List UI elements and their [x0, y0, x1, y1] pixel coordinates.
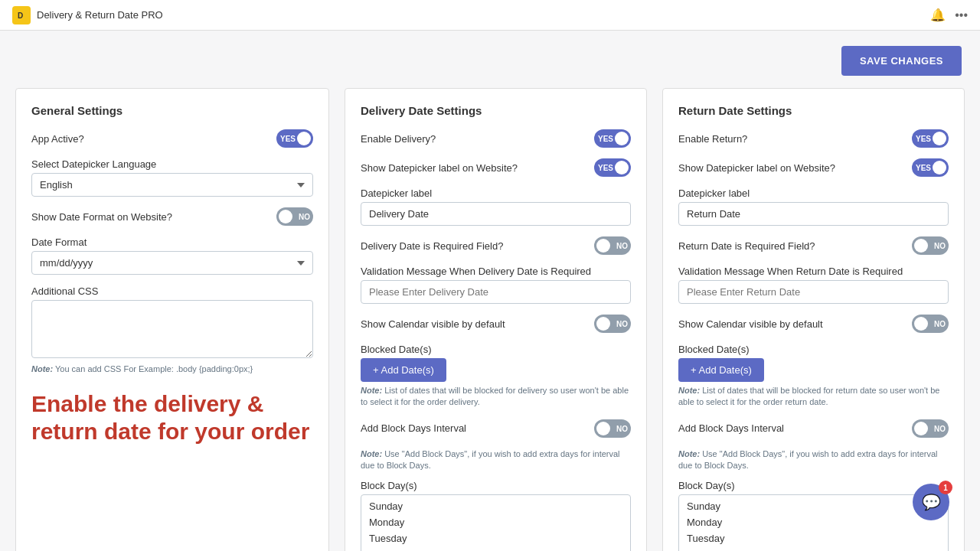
- return-required-label: Return Date is Required Field?: [678, 240, 815, 252]
- delivery-show-calendar-label: Show Calendar visible by default: [361, 318, 505, 330]
- datepicker-language-label: Select Datepicker Language: [31, 158, 313, 170]
- return-datepicker-label-label: Datepicker label: [678, 187, 949, 199]
- return-validation-row: Validation Message When Return Date is R…: [678, 266, 949, 304]
- chat-bubble-button[interactable]: 💬 1: [913, 484, 949, 520]
- return-show-label-row: Show Datepicker label on Website? YES: [678, 158, 949, 177]
- delivery-datepicker-label-label: Datepicker label: [361, 187, 631, 199]
- delivery-add-block-days-toggle[interactable]: NO: [594, 419, 631, 438]
- additional-css-label: Additional CSS: [31, 285, 313, 297]
- bell-icon[interactable]: 🔔: [930, 8, 946, 22]
- delivery-show-label-row: Show Datepicker label on Website? YES: [361, 158, 631, 177]
- return-show-calendar-label: Show Calendar visible by default: [678, 318, 823, 330]
- delivery-blocked-dates-label: Blocked Date(s): [361, 344, 631, 355]
- topbar: D Delivery & Return Date PRO 🔔 •••: [0, 0, 980, 31]
- show-date-format-label: Show Date Format on Website?: [31, 211, 172, 223]
- delivery-settings-title: Delivery Date Settings: [361, 104, 631, 117]
- return-blocked-dates-note: Note: List of dates that will be blocked…: [678, 385, 949, 409]
- date-format-label: Date Format: [31, 236, 313, 248]
- date-format-row: Date Format mm/dd/yyyy dd/mm/yyyy yyyy/m…: [31, 236, 313, 275]
- delivery-show-calendar-toggle[interactable]: NO: [594, 315, 631, 333]
- delivery-required-toggle[interactable]: NO: [594, 236, 631, 255]
- list-item: Sunday: [361, 498, 630, 514]
- delivery-validation-label: Validation Message When Delivery Date is…: [361, 266, 631, 277]
- return-add-block-days-note: Note: Use "Add Block Days", if you wish …: [678, 448, 949, 472]
- columns-layout: General Settings App Active? YES Select …: [15, 88, 965, 551]
- app-active-label: App Active?: [31, 133, 84, 145]
- delivery-add-block-days-note: Note: Use "Add Block Days", if you wish …: [361, 448, 631, 472]
- additional-css-note: Note: You can add CSS For Example: .body…: [31, 364, 313, 375]
- enable-return-row: Enable Return? YES: [678, 129, 949, 148]
- enable-delivery-label: Enable Delivery?: [361, 133, 436, 145]
- enable-delivery-toggle[interactable]: YES: [594, 129, 631, 148]
- chat-badge: 1: [939, 481, 952, 494]
- app-active-toggle[interactable]: YES: [276, 129, 313, 148]
- return-settings-title: Return Date Settings: [678, 104, 949, 117]
- delivery-settings-panel: Delivery Date Settings Enable Delivery? …: [345, 88, 647, 551]
- return-show-calendar-toggle[interactable]: NO: [912, 315, 949, 333]
- enable-return-label: Enable Return?: [678, 133, 747, 145]
- delivery-required-label: Delivery Date is Required Field?: [361, 240, 503, 252]
- return-add-block-days-row: Add Block Days Interval NO: [678, 419, 949, 438]
- main-content: SAVE CHANGES General Settings App Active…: [0, 31, 980, 551]
- list-item: Wednesday: [679, 546, 948, 551]
- list-item: Monday: [679, 514, 948, 530]
- chat-icon: 💬: [922, 493, 941, 511]
- return-settings-panel: Return Date Settings Enable Return? YES …: [662, 88, 965, 551]
- list-item: Monday: [361, 514, 630, 530]
- app-title: Delivery & Return Date PRO: [37, 9, 930, 21]
- enable-return-toggle[interactable]: YES: [912, 129, 949, 148]
- return-show-label-label: Show Datepicker label on Website?: [678, 162, 835, 174]
- list-item: Wednesday: [361, 546, 630, 551]
- show-date-format-row: Show Date Format on Website? NO: [31, 207, 313, 226]
- additional-css-row: Additional CSS Note: You can add CSS For…: [31, 285, 313, 375]
- datepicker-language-row: Select Datepicker Language English Frenc…: [31, 158, 313, 197]
- return-show-calendar-row: Show Calendar visible by default NO: [678, 315, 949, 333]
- datepicker-language-select[interactable]: English French German Spanish: [31, 173, 313, 197]
- delivery-add-block-days-row: Add Block Days Interval NO: [361, 419, 631, 438]
- return-block-days-label: Block Day(s): [678, 480, 949, 491]
- delivery-validation-input[interactable]: [361, 280, 631, 304]
- general-settings-title: General Settings: [31, 104, 313, 117]
- delivery-block-days-row: Block Day(s) Sunday Monday Tuesday Wedne…: [361, 480, 631, 551]
- delivery-required-row: Delivery Date is Required Field? NO: [361, 236, 631, 255]
- delivery-show-label-label: Show Datepicker label on Website?: [361, 162, 518, 174]
- topbar-icons: 🔔 •••: [930, 8, 968, 22]
- list-item: Sunday: [679, 498, 948, 514]
- return-blocked-dates-label: Blocked Date(s): [678, 344, 949, 355]
- return-validation-label: Validation Message When Return Date is R…: [678, 266, 949, 277]
- show-date-format-toggle[interactable]: NO: [276, 207, 313, 226]
- delivery-show-calendar-row: Show Calendar visible by default NO: [361, 315, 631, 333]
- additional-css-input[interactable]: [31, 300, 313, 358]
- chat-bubble-container: 💬 1: [928, 499, 965, 536]
- return-add-dates-button[interactable]: + Add Date(s): [678, 358, 764, 382]
- delivery-block-days-list[interactable]: Sunday Monday Tuesday Wednesday: [361, 494, 631, 551]
- delivery-add-block-days-label: Add Block Days Interval: [361, 422, 466, 434]
- return-required-toggle[interactable]: NO: [912, 236, 949, 255]
- save-changes-button[interactable]: SAVE CHANGES: [841, 46, 962, 76]
- delivery-add-dates-button[interactable]: + Add Date(s): [361, 358, 446, 382]
- return-block-days-list[interactable]: Sunday Monday Tuesday Wednesday: [678, 494, 949, 551]
- date-format-select[interactable]: mm/dd/yyyy dd/mm/yyyy yyyy/mm/dd: [31, 251, 313, 275]
- return-add-block-days-toggle[interactable]: NO: [912, 419, 949, 438]
- enable-delivery-row: Enable Delivery? YES: [361, 129, 631, 148]
- return-show-label-toggle[interactable]: YES: [912, 158, 949, 177]
- list-item: Tuesday: [361, 530, 630, 546]
- return-add-block-days-label: Add Block Days Interval: [678, 422, 784, 434]
- delivery-blocked-dates-row: Blocked Date(s) + Add Date(s) Note: List…: [361, 344, 631, 409]
- general-settings-panel: General Settings App Active? YES Select …: [15, 88, 329, 551]
- return-datepicker-label-row: Datepicker label: [678, 187, 949, 226]
- more-icon[interactable]: •••: [955, 8, 968, 22]
- promo-container: Enable the delivery & return date for yo…: [31, 390, 313, 445]
- return-datepicker-label-input[interactable]: [678, 202, 949, 226]
- delivery-blocked-dates-note: Note: List of dates that will be blocked…: [361, 385, 631, 409]
- return-validation-input[interactable]: [678, 280, 949, 304]
- delivery-show-label-toggle[interactable]: YES: [594, 158, 631, 177]
- header-row: SAVE CHANGES: [15, 46, 965, 76]
- app-logo: D: [12, 6, 31, 24]
- list-item: Tuesday: [679, 530, 948, 546]
- app-active-row: App Active? YES: [31, 129, 313, 148]
- delivery-validation-row: Validation Message When Delivery Date is…: [361, 266, 631, 304]
- return-block-days-row: Block Day(s) Sunday Monday Tuesday Wedne…: [678, 480, 949, 551]
- delivery-datepicker-label-input[interactable]: [361, 202, 631, 226]
- delivery-block-days-label: Block Day(s): [361, 480, 631, 491]
